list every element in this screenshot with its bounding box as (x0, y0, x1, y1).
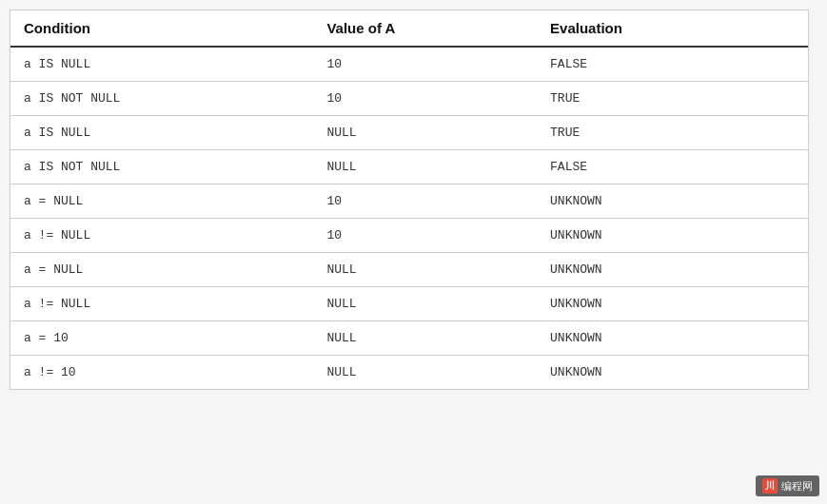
cell-evaluation: UNKNOWN (537, 356, 808, 390)
cell-evaluation: UNKNOWN (537, 287, 808, 321)
header-condition: Condition (10, 10, 313, 47)
cell-value: NULL (313, 321, 537, 356)
watermark-text: 编程网 (781, 479, 813, 494)
cell-value: NULL (313, 287, 537, 321)
cell-evaluation: UNKNOWN (537, 253, 808, 287)
cell-evaluation: TRUE (537, 116, 808, 150)
cell-condition: a IS NOT NULL (10, 150, 313, 184)
cell-condition: a != NULL (10, 287, 313, 321)
table-header-row: Condition Value of A Evaluation (10, 10, 808, 47)
null-conditions-table: Condition Value of A Evaluation a IS NUL… (10, 10, 808, 389)
table-row: a IS NOT NULL10TRUE (10, 82, 808, 116)
table-row: a IS NOT NULLNULLFALSE (10, 150, 808, 184)
cell-condition: a = NULL (10, 184, 313, 219)
main-table-container: Condition Value of A Evaluation a IS NUL… (10, 10, 809, 390)
cell-evaluation: FALSE (537, 150, 808, 184)
table-row: a = NULLNULLUNKNOWN (10, 253, 808, 287)
cell-evaluation: UNKNOWN (537, 321, 808, 356)
header-evaluation: Evaluation (537, 10, 808, 47)
cell-value: 10 (313, 47, 537, 82)
cell-value: NULL (313, 253, 537, 287)
watermark-icon: 川 (762, 478, 778, 494)
cell-evaluation: FALSE (537, 47, 808, 82)
table-row: a = NULL10UNKNOWN (10, 184, 808, 219)
cell-evaluation: UNKNOWN (537, 219, 808, 253)
watermark: 川 编程网 (756, 475, 819, 496)
table-row: a != 10NULLUNKNOWN (10, 356, 808, 390)
cell-value: 10 (313, 184, 537, 219)
cell-condition: a IS NULL (10, 47, 313, 82)
table-row: a IS NULL10FALSE (10, 47, 808, 82)
cell-evaluation: TRUE (537, 82, 808, 116)
cell-value: NULL (313, 356, 537, 390)
cell-condition: a != NULL (10, 219, 313, 253)
cell-value: NULL (313, 150, 537, 184)
cell-condition: a != 10 (10, 356, 313, 390)
cell-evaluation: UNKNOWN (537, 184, 808, 219)
cell-value: NULL (313, 116, 537, 150)
cell-condition: a IS NOT NULL (10, 82, 313, 116)
header-value-of-a: Value of A (313, 10, 537, 47)
table-row: a IS NULLNULLTRUE (10, 116, 808, 150)
table-row: a != NULLNULLUNKNOWN (10, 287, 808, 321)
cell-value: 10 (313, 82, 537, 116)
cell-condition: a = NULL (10, 253, 313, 287)
cell-value: 10 (313, 219, 537, 253)
cell-condition: a = 10 (10, 321, 313, 356)
table-row: a = 10NULLUNKNOWN (10, 321, 808, 356)
table-row: a != NULL10UNKNOWN (10, 219, 808, 253)
cell-condition: a IS NULL (10, 116, 313, 150)
